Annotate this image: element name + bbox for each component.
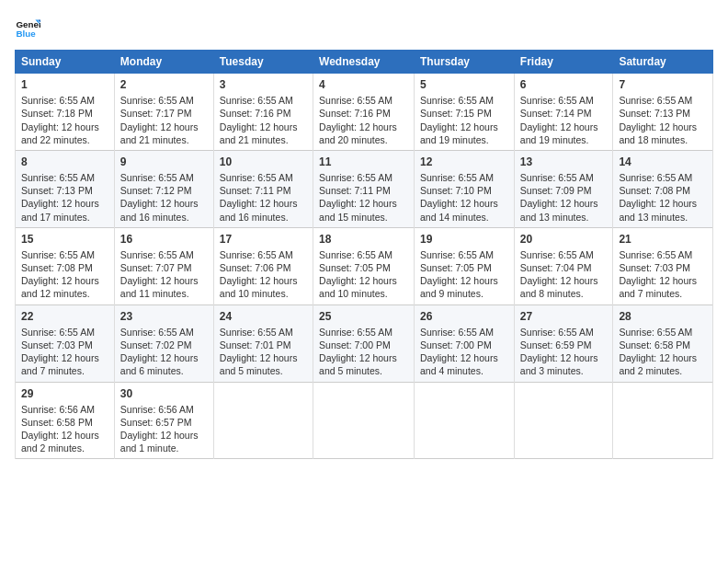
day-number: 11 bbox=[319, 155, 408, 169]
column-header-tuesday: Tuesday bbox=[213, 51, 313, 74]
day-info: Sunrise: 6:55 AMSunset: 7:08 PMDaylight:… bbox=[619, 172, 697, 223]
day-cell: 18Sunrise: 6:55 AMSunset: 7:05 PMDayligh… bbox=[313, 227, 415, 304]
header: General Blue bbox=[15, 15, 713, 40]
day-cell: 22Sunrise: 6:55 AMSunset: 7:03 PMDayligh… bbox=[16, 304, 115, 382]
day-number: 1 bbox=[21, 77, 108, 92]
day-number: 17 bbox=[220, 232, 307, 247]
day-number: 23 bbox=[120, 309, 208, 324]
day-cell: 16Sunrise: 6:55 AMSunset: 7:07 PMDayligh… bbox=[114, 227, 213, 304]
day-info: Sunrise: 6:55 AMSunset: 7:05 PMDaylight:… bbox=[420, 249, 498, 300]
svg-text:Blue: Blue bbox=[16, 29, 36, 39]
day-cell: 24Sunrise: 6:55 AMSunset: 7:01 PMDayligh… bbox=[213, 304, 313, 382]
column-headers: SundayMondayTuesdayWednesdayThursdayFrid… bbox=[16, 51, 713, 74]
day-number: 2 bbox=[120, 77, 208, 92]
day-info: Sunrise: 6:55 AMSunset: 7:06 PMDaylight:… bbox=[220, 249, 298, 300]
day-info: Sunrise: 6:55 AMSunset: 7:12 PMDaylight:… bbox=[120, 172, 199, 223]
day-cell: 7Sunrise: 6:55 AMSunset: 7:13 PMDaylight… bbox=[613, 74, 713, 151]
day-number: 22 bbox=[21, 309, 108, 324]
day-number: 10 bbox=[220, 155, 307, 169]
day-cell: 15Sunrise: 6:55 AMSunset: 7:08 PMDayligh… bbox=[16, 227, 115, 304]
day-number: 27 bbox=[520, 309, 608, 324]
day-cell: 11Sunrise: 6:55 AMSunset: 7:11 PMDayligh… bbox=[313, 150, 415, 227]
day-cell: 30Sunrise: 6:56 AMSunset: 6:57 PMDayligh… bbox=[114, 382, 213, 459]
day-number: 29 bbox=[21, 386, 108, 401]
day-info: Sunrise: 6:55 AMSunset: 7:18 PMDaylight:… bbox=[21, 95, 99, 145]
day-cell: 3Sunrise: 6:55 AMSunset: 7:16 PMDaylight… bbox=[213, 74, 313, 151]
day-info: Sunrise: 6:55 AMSunset: 7:15 PMDaylight:… bbox=[420, 95, 498, 145]
day-info: Sunrise: 6:55 AMSunset: 7:17 PMDaylight:… bbox=[120, 95, 199, 145]
day-info: Sunrise: 6:55 AMSunset: 7:02 PMDaylight:… bbox=[120, 327, 199, 377]
day-number: 18 bbox=[319, 232, 408, 247]
week-row-5: 29Sunrise: 6:56 AMSunset: 6:58 PMDayligh… bbox=[16, 382, 713, 459]
day-cell: 23Sunrise: 6:55 AMSunset: 7:02 PMDayligh… bbox=[114, 304, 213, 382]
calendar-table: SundayMondayTuesdayWednesdayThursdayFrid… bbox=[15, 50, 713, 459]
day-number: 28 bbox=[619, 309, 707, 324]
day-cell: 13Sunrise: 6:55 AMSunset: 7:09 PMDayligh… bbox=[514, 150, 613, 227]
day-number: 12 bbox=[420, 155, 508, 169]
day-info: Sunrise: 6:56 AMSunset: 6:57 PMDaylight:… bbox=[120, 404, 199, 454]
day-cell: 14Sunrise: 6:55 AMSunset: 7:08 PMDayligh… bbox=[613, 150, 713, 227]
day-number: 16 bbox=[120, 232, 208, 247]
day-number: 14 bbox=[619, 155, 707, 169]
day-cell: 27Sunrise: 6:55 AMSunset: 6:59 PMDayligh… bbox=[514, 304, 613, 382]
column-header-sunday: Sunday bbox=[16, 51, 115, 74]
day-number: 7 bbox=[619, 77, 707, 92]
day-number: 3 bbox=[220, 77, 307, 92]
day-number: 21 bbox=[619, 232, 707, 247]
day-cell: 6Sunrise: 6:55 AMSunset: 7:14 PMDaylight… bbox=[514, 74, 613, 151]
logo-icon: General Blue bbox=[15, 15, 40, 40]
column-header-wednesday: Wednesday bbox=[313, 51, 415, 74]
column-header-friday: Friday bbox=[514, 51, 613, 74]
day-cell: 8Sunrise: 6:55 AMSunset: 7:13 PMDaylight… bbox=[16, 150, 115, 227]
day-cell: 2Sunrise: 6:55 AMSunset: 7:17 PMDaylight… bbox=[114, 74, 213, 151]
day-cell: 26Sunrise: 6:55 AMSunset: 7:00 PMDayligh… bbox=[415, 304, 515, 382]
week-row-2: 8Sunrise: 6:55 AMSunset: 7:13 PMDaylight… bbox=[16, 150, 713, 227]
day-number: 25 bbox=[319, 309, 408, 324]
day-cell: 9Sunrise: 6:55 AMSunset: 7:12 PMDaylight… bbox=[114, 150, 213, 227]
day-info: Sunrise: 6:55 AMSunset: 7:05 PMDaylight:… bbox=[319, 249, 397, 300]
day-info: Sunrise: 6:55 AMSunset: 7:09 PMDaylight:… bbox=[520, 172, 598, 223]
day-number: 8 bbox=[21, 155, 108, 169]
day-cell: 17Sunrise: 6:55 AMSunset: 7:06 PMDayligh… bbox=[213, 227, 313, 304]
day-number: 15 bbox=[21, 232, 108, 247]
day-number: 19 bbox=[420, 232, 508, 247]
day-cell bbox=[313, 382, 415, 459]
day-cell: 20Sunrise: 6:55 AMSunset: 7:04 PMDayligh… bbox=[514, 227, 613, 304]
calendar-page: General Blue SundayMondayTuesdayWednesda… bbox=[0, 0, 728, 563]
day-number: 5 bbox=[420, 77, 508, 92]
day-cell bbox=[613, 382, 713, 459]
day-info: Sunrise: 6:55 AMSunset: 7:03 PMDaylight:… bbox=[21, 327, 99, 377]
day-cell: 5Sunrise: 6:55 AMSunset: 7:15 PMDaylight… bbox=[415, 74, 515, 151]
day-cell: 19Sunrise: 6:55 AMSunset: 7:05 PMDayligh… bbox=[415, 227, 515, 304]
day-cell bbox=[415, 382, 515, 459]
day-number: 13 bbox=[520, 155, 608, 169]
day-number: 4 bbox=[319, 77, 408, 92]
day-info: Sunrise: 6:55 AMSunset: 7:01 PMDaylight:… bbox=[220, 327, 298, 377]
day-info: Sunrise: 6:55 AMSunset: 7:16 PMDaylight:… bbox=[319, 95, 397, 145]
day-info: Sunrise: 6:55 AMSunset: 6:59 PMDaylight:… bbox=[520, 327, 598, 377]
logo: General Blue bbox=[15, 15, 44, 40]
day-number: 9 bbox=[120, 155, 208, 169]
day-cell: 25Sunrise: 6:55 AMSunset: 7:00 PMDayligh… bbox=[313, 304, 415, 382]
day-number: 26 bbox=[420, 309, 508, 324]
day-number: 6 bbox=[520, 77, 608, 92]
day-cell: 12Sunrise: 6:55 AMSunset: 7:10 PMDayligh… bbox=[415, 150, 515, 227]
day-cell: 21Sunrise: 6:55 AMSunset: 7:03 PMDayligh… bbox=[613, 227, 713, 304]
day-cell: 4Sunrise: 6:55 AMSunset: 7:16 PMDaylight… bbox=[313, 74, 415, 151]
week-row-1: 1Sunrise: 6:55 AMSunset: 7:18 PMDaylight… bbox=[16, 74, 713, 151]
day-number: 30 bbox=[120, 386, 208, 401]
day-cell: 29Sunrise: 6:56 AMSunset: 6:58 PMDayligh… bbox=[16, 382, 115, 459]
day-number: 24 bbox=[220, 309, 307, 324]
day-info: Sunrise: 6:55 AMSunset: 7:13 PMDaylight:… bbox=[619, 95, 697, 145]
day-info: Sunrise: 6:55 AMSunset: 7:13 PMDaylight:… bbox=[21, 172, 99, 223]
calendar-body: 1Sunrise: 6:55 AMSunset: 7:18 PMDaylight… bbox=[16, 74, 713, 459]
day-cell bbox=[213, 382, 313, 459]
day-info: Sunrise: 6:55 AMSunset: 7:00 PMDaylight:… bbox=[319, 327, 397, 377]
day-info: Sunrise: 6:55 AMSunset: 7:00 PMDaylight:… bbox=[420, 327, 498, 377]
day-info: Sunrise: 6:56 AMSunset: 6:58 PMDaylight:… bbox=[21, 404, 99, 454]
day-cell: 28Sunrise: 6:55 AMSunset: 6:58 PMDayligh… bbox=[613, 304, 713, 382]
week-row-4: 22Sunrise: 6:55 AMSunset: 7:03 PMDayligh… bbox=[16, 304, 713, 382]
day-info: Sunrise: 6:55 AMSunset: 7:11 PMDaylight:… bbox=[220, 172, 298, 223]
day-info: Sunrise: 6:55 AMSunset: 7:14 PMDaylight:… bbox=[520, 95, 598, 145]
column-header-thursday: Thursday bbox=[415, 51, 515, 74]
